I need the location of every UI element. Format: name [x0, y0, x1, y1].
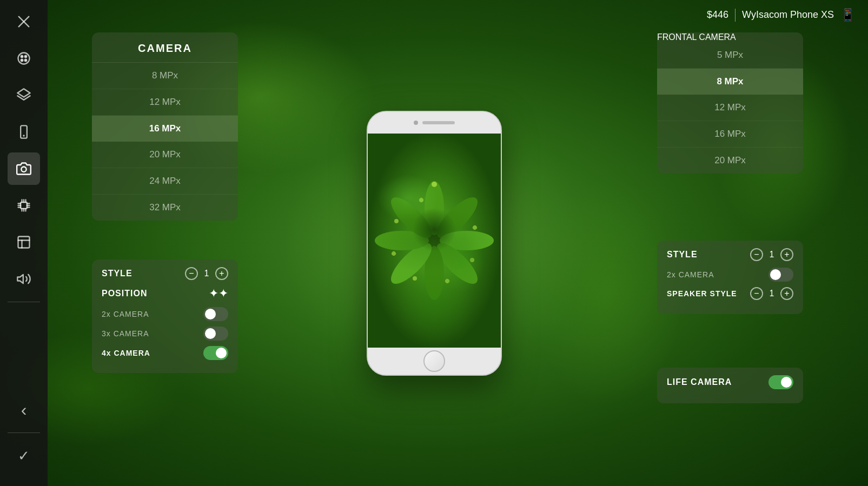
position-icon[interactable]: ✦✦ [209, 287, 228, 301]
tools-icon [16, 14, 31, 29]
frontal-camera-panel: FRONTAL CAMERA 5 MPx 8 MPx 12 MPx 16 MPx… [657, 32, 803, 174]
speaker-increment[interactable]: + [780, 287, 793, 300]
speaker-row: SPEAKER STYLE − 1 + [667, 287, 793, 300]
svg-marker-7 [17, 89, 30, 97]
svg-point-38 [432, 182, 437, 187]
svg-point-32 [440, 231, 494, 250]
svg-point-29 [418, 224, 450, 257]
toggle-label-3x-left: 3x CAMERA [102, 329, 203, 338]
svg-rect-28 [368, 134, 501, 348]
speaker-decrement[interactable]: − [750, 287, 763, 300]
camera-icon [16, 161, 31, 176]
toggle-2x-right: 2x CAMERA [667, 268, 793, 282]
style-stepper-left: − 1 + [185, 267, 228, 280]
svg-point-2 [18, 53, 30, 64]
palette-icon [16, 51, 31, 66]
svg-point-36 [375, 231, 429, 250]
frontal-option-12mpx[interactable]: 12 MPx [657, 95, 803, 121]
position-row: POSITION ✦✦ [102, 287, 228, 301]
sidebar-icon-sound[interactable] [8, 263, 40, 295]
svg-point-34 [425, 246, 444, 300]
toggle-label-2x-left: 2x CAMERA [102, 310, 203, 318]
camera-option-32mpx[interactable]: 32 MPx [92, 195, 238, 221]
svg-point-43 [390, 250, 396, 256]
phone-home-button[interactable] [423, 350, 445, 372]
phone-top-bar [368, 112, 501, 134]
header-device-name: WyIsacom Phone XS [742, 9, 834, 21]
camera-option-12mpx[interactable]: 12 MPx [92, 89, 238, 116]
phone-bottom-bar [368, 348, 501, 375]
sound-icon [16, 271, 31, 287]
svg-point-6 [25, 59, 27, 62]
style-increment-left[interactable]: + [215, 267, 228, 280]
speaker-stepper: − 1 + [750, 287, 793, 300]
toggle-2x-right-btn[interactable] [768, 268, 793, 282]
style-increment-right[interactable]: + [780, 248, 793, 261]
toggle-label-2x-right: 2x CAMERA [667, 270, 768, 279]
svg-point-37 [385, 191, 437, 243]
style-value-left: 1 [202, 269, 211, 278]
svg-point-10 [21, 167, 26, 172]
frontal-option-5mpx[interactable]: 5 MPx [657, 42, 803, 69]
sidebar-icon-frame[interactable] [8, 226, 40, 258]
camera-panel-title: CAMERA [92, 32, 238, 63]
camera-option-24mpx[interactable]: 24 MPx [92, 168, 238, 195]
camera-panel: CAMERA 8 MPx 12 MPx 16 MPx 20 MPx 24 MPx… [92, 32, 238, 221]
toggle-label-4x-left: 4x CAMERA [102, 349, 203, 357]
svg-point-35 [385, 237, 437, 289]
sidebar-divider-2 [8, 432, 40, 433]
camera-option-20mpx[interactable]: 20 MPx [92, 142, 238, 168]
style-label-right: STYLE [667, 250, 750, 259]
toggle-2x-left-btn[interactable] [203, 307, 228, 321]
phone-camera-dot [414, 121, 418, 125]
style-stepper-right: − 1 + [750, 248, 793, 261]
svg-point-30 [425, 181, 444, 235]
style-decrement-right[interactable]: − [750, 248, 763, 261]
toggle-4x-left-btn[interactable] [203, 346, 228, 360]
life-row: LIFE CAMERA [667, 375, 793, 389]
toggle-2x-left: 2x CAMERA [102, 307, 228, 321]
life-camera-toggle[interactable] [768, 375, 793, 389]
position-label: POSITION [102, 289, 209, 298]
camera-option-8mpx[interactable]: 8 MPx [92, 63, 238, 89]
sidebar-icon-chip[interactable] [8, 189, 40, 222]
style-label-left: STYLE [102, 269, 185, 278]
life-camera-panel: LIFE CAMERA [657, 368, 803, 403]
style-decrement-left[interactable]: − [185, 267, 198, 280]
sidebar: ‹ ✓ [0, 0, 48, 486]
sidebar-icon-device[interactable] [8, 116, 40, 148]
style-value-right: 1 [767, 250, 776, 259]
sidebar-icon-camera[interactable] [8, 152, 40, 185]
style-panel-left: STYLE − 1 + POSITION ✦✦ 2x CAMERA 3x CAM… [92, 259, 238, 373]
layers-icon [16, 88, 31, 103]
phone-body [367, 111, 502, 376]
svg-point-41 [444, 278, 450, 284]
phone-screen [368, 134, 501, 348]
svg-point-5 [21, 59, 23, 62]
phone-screen-svg [368, 134, 501, 348]
sidebar-icon-palette[interactable] [8, 42, 40, 75]
life-label: LIFE CAMERA [667, 377, 768, 387]
svg-rect-24 [18, 237, 30, 248]
svg-point-3 [21, 56, 23, 58]
svg-marker-27 [17, 275, 23, 283]
sidebar-icon-back[interactable]: ‹ [8, 394, 40, 426]
toggle-3x-left-btn[interactable] [203, 327, 228, 341]
style-panel-right: STYLE − 1 + 2x CAMERA SPEAKER STYLE − 1 … [657, 241, 803, 314]
sidebar-icon-tools[interactable] [8, 5, 40, 38]
speaker-value: 1 [767, 289, 776, 298]
camera-option-16mpx[interactable]: 16 MPx [92, 116, 238, 142]
toggle-4x-left: 4x CAMERA [102, 346, 228, 360]
sidebar-icon-check[interactable]: ✓ [8, 440, 40, 472]
sidebar-divider [8, 302, 40, 302]
svg-point-42 [413, 276, 417, 281]
frontal-option-20mpx[interactable]: 20 MPx [657, 148, 803, 174]
speaker-label: SPEAKER STYLE [667, 289, 750, 298]
frontal-panel-title: FRONTAL CAMERA [657, 32, 803, 42]
frontal-option-8mpx[interactable]: 8 MPx [657, 69, 803, 95]
svg-point-33 [431, 237, 483, 289]
svg-point-45 [418, 197, 424, 203]
frontal-option-16mpx[interactable]: 16 MPx [657, 121, 803, 148]
phone-speaker [422, 121, 455, 124]
sidebar-icon-layers[interactable] [8, 79, 40, 111]
